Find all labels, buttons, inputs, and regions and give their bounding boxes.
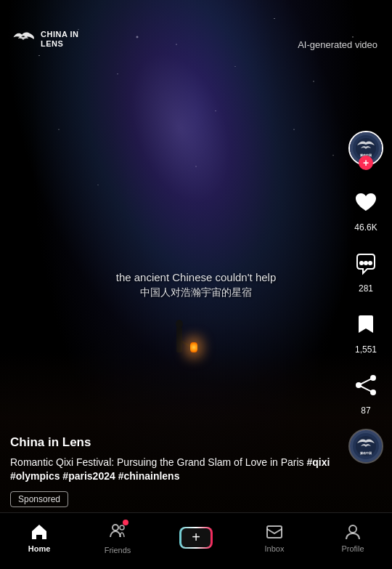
like-button[interactable] — [348, 185, 383, 219]
svg-rect-18 — [267, 526, 282, 538]
nav-inbox[interactable]: Inbox — [235, 522, 314, 553]
bookmark-action[interactable]: 1,551 — [348, 307, 383, 355]
comment-icon — [353, 250, 379, 276]
comment-button[interactable] — [348, 246, 383, 281]
sponsored-badge: Sponsored — [10, 491, 68, 507]
subtitle-english: the ancient Chinese couldn't help — [116, 270, 277, 283]
nav-friends[interactable]: Friends — [78, 521, 157, 554]
nav-create[interactable]: + — [157, 527, 235, 549]
channel-logo-text: CHINA IN LENS — [41, 30, 78, 49]
heart-icon — [353, 189, 379, 215]
svg-line-10 — [359, 378, 373, 385]
svg-point-17 — [120, 525, 124, 530]
ai-generated-label: AI-generated video — [298, 39, 377, 50]
svg-point-5 — [364, 261, 368, 265]
svg-line-11 — [359, 385, 373, 392]
share-action[interactable]: 87 — [348, 368, 383, 416]
share-button[interactable] — [348, 368, 383, 403]
svg-point-4 — [359, 261, 364, 265]
music-disc[interactable]: 摄动中国 — [348, 429, 383, 464]
create-button[interactable]: + — [179, 527, 213, 549]
home-icon — [30, 522, 49, 541]
profile-icon — [343, 522, 362, 541]
follow-action[interactable]: 摄动中国 + — [348, 131, 383, 171]
friends-icon-wrap — [108, 521, 127, 543]
nav-home[interactable]: Home — [0, 522, 78, 553]
like-count: 46.6K — [354, 222, 377, 233]
inbox-icon — [265, 522, 284, 541]
inbox-label: Inbox — [265, 544, 285, 553]
music-action[interactable]: 摄动中国 — [348, 429, 383, 464]
video-description: Romantic Qixi Festival: Pursuing the Gra… — [10, 456, 341, 484]
profile-label: Profile — [341, 544, 364, 553]
svg-point-19 — [349, 525, 356, 533]
channel-logo-icon — [10, 29, 36, 49]
share-icon — [353, 372, 379, 398]
bottom-info: China in Lens Romantic Qixi Festival: Pu… — [10, 435, 341, 507]
create-button-inner: + — [181, 528, 211, 547]
svg-text:摄动中国: 摄动中国 — [359, 451, 372, 455]
bottom-nav: Home Friends + Inbox — [0, 512, 392, 569]
action-bar: 摄动中国 + 46.6K 281 — [348, 131, 383, 464]
channel-logo-area: CHINA IN LENS — [10, 29, 78, 49]
comment-action[interactable]: 281 — [348, 246, 383, 294]
channel-name[interactable]: China in Lens — [10, 435, 341, 450]
friends-notification-dot — [123, 520, 128, 525]
lantern — [190, 342, 197, 352]
nav-profile[interactable]: Profile — [314, 522, 392, 553]
home-label: Home — [28, 544, 51, 553]
bookmark-count: 1,551 — [355, 344, 377, 355]
comment-count: 281 — [359, 283, 373, 294]
svg-point-16 — [113, 525, 118, 530]
like-action[interactable]: 46.6K — [348, 185, 383, 233]
friends-label: Friends — [105, 546, 131, 554]
subtitle-chinese: 中国人对浩瀚宇宙的星宿 — [116, 286, 277, 299]
svg-point-6 — [368, 261, 372, 265]
person-silhouette — [165, 294, 194, 352]
follow-plus-button[interactable]: + — [359, 156, 373, 170]
subtitle-area: the ancient Chinese couldn't help 中国人对浩瀚… — [116, 270, 277, 299]
share-count: 87 — [361, 405, 370, 416]
bookmark-button[interactable] — [348, 307, 383, 342]
bookmark-icon — [353, 311, 379, 337]
